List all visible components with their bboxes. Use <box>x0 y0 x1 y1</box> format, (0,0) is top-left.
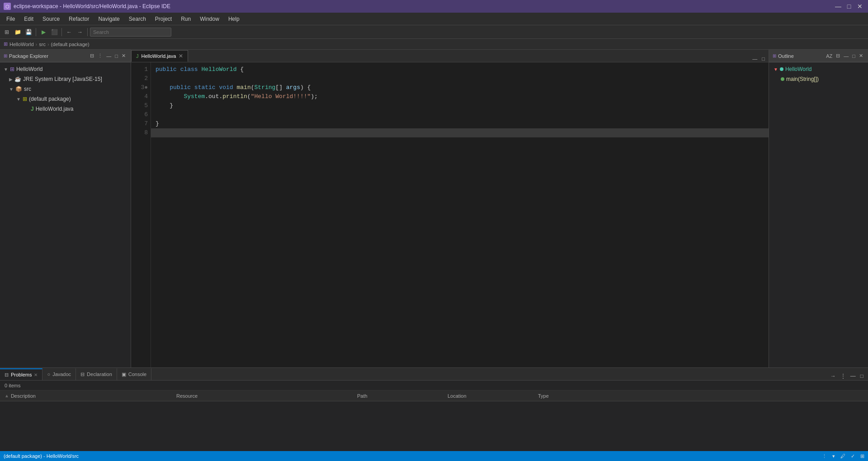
bottom-content: 0 items ▲ Description Resource Path Loca… <box>0 381 868 451</box>
status-bar: (default package) - HelloWorld/src ⋮ ▾ 🖊… <box>0 451 868 461</box>
col-description-label: Description <box>11 393 36 399</box>
col-resource: Resource <box>172 393 353 399</box>
new-button[interactable]: ⊞ <box>2 27 12 37</box>
bottom-tab-javadoc[interactable]: ○ Javadoc <box>42 368 76 380</box>
window-controls: — □ ✕ <box>834 2 864 11</box>
declaration-icon: ⊟ <box>80 372 85 377</box>
editor-tab-helloworld[interactable]: J HelloWorld.java ✕ <box>131 50 188 62</box>
outline-method-label: main(String[]) <box>786 76 819 82</box>
menu-window[interactable]: Window <box>195 14 224 24</box>
menu-run[interactable]: Run <box>176 14 195 24</box>
pe-collapse-button[interactable]: ⊟ <box>89 52 95 59</box>
pe-close-button[interactable]: ✕ <box>120 52 127 59</box>
outline-tree: ▼ HelloWorld main(String[]) <box>769 62 868 86</box>
bottom-panel-menu[interactable]: ⋮ <box>839 372 848 380</box>
outline-title: Outline <box>778 53 794 59</box>
bottom-panel-max[interactable]: □ <box>859 372 865 380</box>
pe-max-button[interactable]: □ <box>113 52 119 59</box>
editor-tab-label: HelloWorld.java <box>142 53 176 59</box>
code-content[interactable]: public class HelloWorld { public static … <box>151 62 769 367</box>
tree-arrow-src: ▼ <box>9 87 14 92</box>
bottom-panel-button-1[interactable]: → <box>829 372 838 380</box>
status-icon-4[interactable]: ✓ <box>851 453 855 459</box>
problems-table-header: ▲ Description Resource Path Location Typ… <box>0 390 868 401</box>
status-icon-2[interactable]: ▾ <box>832 453 835 459</box>
bottom-tab-controls: → ⋮ — □ <box>829 372 868 380</box>
tree-item-default-package[interactable]: ▼ ⊞ (default package) <box>0 94 131 104</box>
status-left: (default package) - HelloWorld/src <box>4 453 79 459</box>
open-button[interactable]: 📁 <box>13 27 23 37</box>
tree-arrow-package: ▼ <box>16 97 21 102</box>
menu-help[interactable]: Help <box>224 14 244 24</box>
close-button[interactable]: ✕ <box>855 2 864 11</box>
outline-filter-button[interactable]: ⊟ <box>835 52 841 59</box>
console-tab-label: Console <box>128 372 146 377</box>
menu-search[interactable]: Search <box>124 14 151 24</box>
menu-edit[interactable]: Edit <box>19 14 38 24</box>
search-input[interactable] <box>90 28 171 37</box>
breadcrumb-root-icon: ⊞ <box>4 41 8 47</box>
tree-item-helloworld[interactable]: ▼ ⊞ HelloWorld <box>0 64 131 74</box>
pe-min-button[interactable]: — <box>105 52 113 59</box>
status-icon-1[interactable]: ⋮ <box>822 453 827 459</box>
tab-java-icon: J <box>136 53 139 59</box>
back-button[interactable]: ← <box>64 27 74 37</box>
menu-project[interactable]: Project <box>151 14 176 24</box>
menu-navigate[interactable]: Navigate <box>94 14 124 24</box>
bottom-tab-console[interactable]: ▣ Console <box>117 368 151 380</box>
editor-tab-controls: — □ <box>750 56 769 62</box>
code-editor[interactable]: 1 2 3● 4 5 6 7 8 public class HelloWorld… <box>131 62 769 367</box>
tree-item-helloworld-java[interactable]: J HelloWorld.java <box>0 104 131 114</box>
breadcrumb-project[interactable]: HelloWorld <box>9 42 34 47</box>
forward-button[interactable]: → <box>75 27 85 37</box>
problems-tab-label: Problems <box>11 372 32 377</box>
java-file-icon: J <box>31 106 34 112</box>
toolbar-separator-2 <box>61 28 62 36</box>
bottom-panel-min[interactable]: — <box>849 372 858 380</box>
outline-min-button[interactable]: — <box>842 52 850 59</box>
outline-close-button[interactable]: ✕ <box>858 52 864 59</box>
line-num-7: 7 <box>131 119 148 128</box>
minimize-button[interactable]: — <box>834 2 843 11</box>
outline-sort-button[interactable]: AZ <box>825 52 834 59</box>
tree-item-src[interactable]: ▼ 📦 src <box>0 84 131 94</box>
package-explorer-tree: ▼ ⊞ HelloWorld ▶ ☕ JRE System Library [J… <box>0 62 131 367</box>
line-num-8: 8 <box>131 128 148 137</box>
editor-tab-menu-button[interactable]: — <box>750 56 759 62</box>
breadcrumb: ⊞ HelloWorld › src › (default package) <box>0 39 868 50</box>
breadcrumb-src[interactable]: src <box>39 42 46 47</box>
editor-tab-max-button[interactable]: □ <box>760 56 767 62</box>
tree-label-package: (default package) <box>29 96 71 102</box>
save-button[interactable]: 💾 <box>24 27 33 37</box>
line-num-1: 1 <box>131 65 148 74</box>
tree-item-jre[interactable]: ▶ ☕ JRE System Library [JavaSE-15] <box>0 74 131 84</box>
line-num-5: 5 <box>131 101 148 110</box>
status-icon-3[interactable]: 🖊 <box>840 453 845 459</box>
bottom-tab-problems[interactable]: ⊟ Problems ✕ <box>0 368 42 380</box>
project-icon: ⊞ <box>10 66 14 72</box>
editor-tabs: J HelloWorld.java ✕ — □ <box>131 50 769 62</box>
run-button[interactable]: ▶ <box>38 27 48 37</box>
tree-arrow-jre: ▶ <box>9 77 13 82</box>
tab-close-button[interactable]: ✕ <box>179 53 183 59</box>
menu-source[interactable]: Source <box>38 14 64 24</box>
jre-icon: ☕ <box>14 76 21 82</box>
outline-method-item[interactable]: main(String[]) <box>769 74 868 84</box>
status-icon-5[interactable]: ⊞ <box>860 453 864 459</box>
problems-tab-close[interactable]: ✕ <box>34 372 38 377</box>
menu-bar: File Edit Source Refactor Navigate Searc… <box>0 13 868 25</box>
problems-icon: ⊟ <box>5 372 9 378</box>
debug-button[interactable]: ⬛ <box>49 27 59 37</box>
menu-refactor[interactable]: Refactor <box>64 14 94 24</box>
outline-method-dot <box>781 77 784 81</box>
outline-class-item[interactable]: ▼ HelloWorld <box>769 64 868 74</box>
breadcrumb-package[interactable]: (default package) <box>51 42 90 47</box>
maximize-button[interactable]: □ <box>844 2 854 11</box>
title-bar: ⬡ eclipse-workspace - HelloWorld/src/Hel… <box>0 0 868 13</box>
package-explorer-panel: ⊞ Package Explorer ⊟ ⋮ — □ ✕ ▼ ⊞ HelloWo… <box>0 50 131 367</box>
menu-file[interactable]: File <box>2 14 19 24</box>
outline-max-button[interactable]: □ <box>851 52 857 59</box>
bottom-tab-declaration[interactable]: ⊟ Declaration <box>76 368 117 380</box>
tree-label-jre: JRE System Library [JavaSE-15] <box>23 76 102 82</box>
pe-menu-button[interactable]: ⋮ <box>96 52 104 59</box>
